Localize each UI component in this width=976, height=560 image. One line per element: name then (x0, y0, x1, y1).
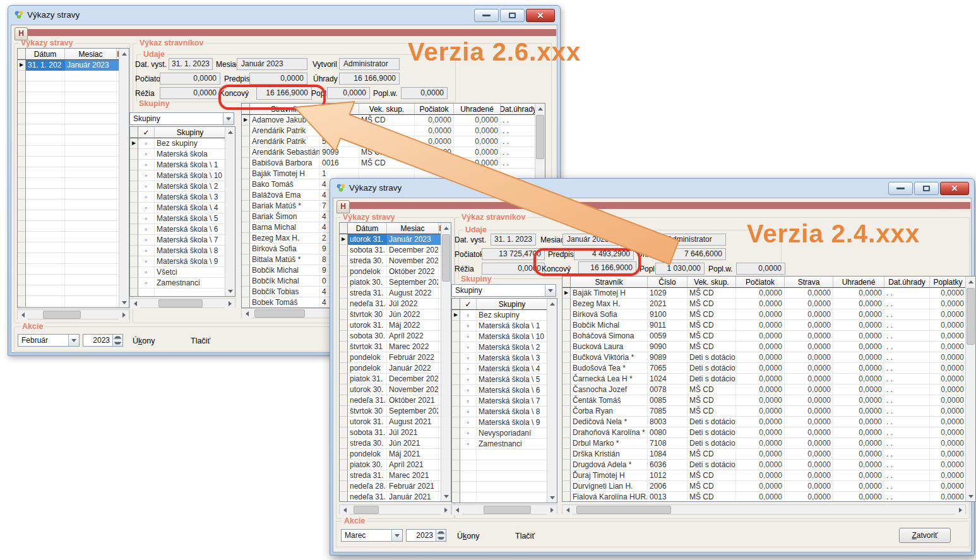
group-row[interactable]: ◦Materská škola \ 6 (130, 224, 235, 235)
vytvoril-field[interactable]: Administrator (663, 234, 726, 246)
popl-field[interactable]: 1 030,000 (655, 263, 705, 275)
scroll-left-icon[interactable] (340, 505, 350, 515)
reports-table[interactable]: DátumMesiacI▶31. 1. 202Január 2023 (17, 48, 129, 308)
diner-row[interactable]: Fialová Karolína HUR.0013MŠ CD0,00000,00… (562, 492, 975, 502)
scroll-thumb[interactable] (254, 309, 305, 318)
rezia-field[interactable]: 0,0000 (160, 87, 220, 99)
group-row[interactable]: ◦Materská škola \ 7 (130, 235, 235, 246)
group-row[interactable]: ◦Materská škola \ 2 (130, 181, 235, 192)
group-row[interactable]: ◦Materská škola \ 3 (452, 353, 557, 364)
scroll-thumb[interactable] (967, 288, 975, 345)
scroll-up-icon[interactable] (547, 299, 557, 309)
reports-hscroll[interactable] (339, 504, 451, 515)
diner-row[interactable]: Časnocha Jozef0078MŠ CD0,00000,00000,000… (562, 384, 975, 395)
scroll-left-icon[interactable] (242, 309, 252, 319)
pociatok-field[interactable]: 0,0000 (160, 73, 220, 85)
tlacit-menu[interactable]: Tlačiť (515, 532, 535, 540)
report-row[interactable]: nedeľa 31.Október 2021 (340, 395, 451, 406)
popl-field[interactable]: 0,0000 (327, 87, 370, 99)
scroll-left-icon[interactable] (452, 505, 462, 515)
minimize-button[interactable] (888, 182, 913, 195)
skupiny-table[interactable]: ✓Skupiny▶◦Bez skupiny◦Materská škola \ 1… (451, 298, 557, 503)
minimize-button[interactable] (474, 9, 499, 22)
spin-down-icon[interactable] (436, 535, 446, 541)
chevron-down-icon[interactable] (223, 113, 234, 124)
diner-row[interactable]: Drahoňová Karolína *0080Deti s dotáciou0… (562, 427, 975, 438)
scroll-down-icon[interactable] (441, 491, 451, 501)
column-header[interactable]: Stravník (571, 277, 648, 287)
group-row[interactable]: ◦Materská škola \ 3 (130, 192, 235, 203)
scroll-left-icon[interactable] (18, 310, 28, 320)
group-row[interactable]: ◦Materská škola \ 9 (130, 256, 235, 267)
diner-row[interactable]: Čenták Tomáš0085MŠ CD0,00000,00000,0000.… (562, 395, 975, 406)
mesiac-field[interactable]: Január 2023 (562, 234, 636, 246)
diner-row[interactable]: Drška Kristián1084MŠ CD0,00000,00000,000… (562, 449, 975, 460)
report-row[interactable]: utorok 30.November 2021 (340, 384, 451, 395)
spin-up-icon[interactable] (113, 335, 122, 340)
group-row[interactable]: ◦Materská škola \ 5 (130, 213, 235, 224)
titlebar[interactable]: Výkazy stravy ✕ (330, 179, 974, 198)
column-header[interactable]: Počiatok (736, 277, 785, 287)
titlebar[interactable]: Výkazy stravy ✕ (8, 6, 560, 25)
ukony-menu[interactable]: Úkony (457, 532, 479, 540)
report-row[interactable]: pondelokFebruár 2022 (340, 352, 451, 363)
report-row[interactable]: streda 30.Jún 2021 (340, 438, 451, 449)
column-header[interactable]: Dátum (348, 223, 387, 234)
chevron-down-icon[interactable] (391, 530, 402, 541)
report-row[interactable]: sobota 30.Apríl 2022 (340, 331, 451, 342)
report-row[interactable]: ▶31. 1. 202Január 2023 (18, 60, 129, 71)
tlacit-menu[interactable]: Tlačiť (191, 337, 210, 345)
scroll-up-icon[interactable] (225, 127, 235, 137)
report-row[interactable]: nedeľa 28.Február 2021 (340, 481, 451, 492)
maximize-button[interactable] (500, 9, 525, 22)
column-header[interactable]: Číslo (648, 277, 687, 287)
reports-vscroll[interactable] (441, 223, 451, 501)
report-row[interactable]: pondelokJanuár 2022 (340, 363, 451, 374)
scroll-right-icon[interactable] (955, 505, 965, 515)
tab-h[interactable]: H (336, 200, 350, 213)
column-header[interactable]: ✓ (138, 127, 155, 138)
column-header[interactable]: Číslo (320, 104, 359, 114)
group-row[interactable]: ◦Materská škola \ 8 (452, 407, 557, 417)
scroll-thumb[interactable] (442, 234, 450, 282)
column-header[interactable]: Vek. skup. (687, 277, 736, 287)
scroll-up-icon[interactable] (441, 223, 451, 233)
report-row[interactable]: streda 30.November 2022 (340, 256, 451, 266)
scroll-right-icon[interactable] (119, 310, 129, 320)
scroll-left-icon[interactable] (562, 505, 573, 515)
scroll-down-icon[interactable] (225, 286, 235, 296)
column-header[interactable]: Uhradené (833, 277, 884, 287)
group-row[interactable]: ◦Materská škola \ 1 (130, 160, 235, 170)
predpis-field[interactable]: 0,0000 (249, 73, 307, 85)
dat-vyst-field[interactable]: 31. 1. 2023 (491, 234, 536, 246)
report-row[interactable]: piatok 31.December 2021 (340, 374, 451, 384)
diner-row[interactable]: Dedičová Nela *8003Deti s dotáciou0,0000… (562, 417, 975, 427)
scroll-left-icon[interactable] (130, 299, 140, 309)
uhrady-field[interactable]: 16 166,9000 (339, 73, 400, 85)
scroll-up-icon[interactable] (119, 49, 129, 59)
group-row[interactable]: ◦Materská škola \ 7 (452, 396, 557, 407)
reports-hscroll[interactable] (17, 309, 129, 319)
vytvoril-field[interactable]: Administrator (339, 58, 400, 70)
group-row[interactable]: ◦Materská škola \ 1 (452, 321, 557, 331)
mesiac-field[interactable]: Január 2023 (237, 58, 307, 70)
report-row[interactable]: pondelokOktóber 2022 (340, 266, 451, 277)
scroll-down-icon[interactable] (547, 492, 557, 503)
diner-row[interactable]: Babišová Barbora0016MŠ CD0,00000,0000. . (242, 158, 545, 169)
group-row[interactable]: ◦Všetci (130, 267, 235, 278)
scroll-down-icon[interactable] (966, 491, 976, 501)
report-row[interactable]: utorok 31.Máj 2022 (340, 320, 451, 331)
month-dropdown[interactable]: Marec (341, 529, 403, 542)
group-row[interactable]: ◦Materská škola (130, 149, 235, 160)
group-row[interactable]: ▶◦Bez skupiny (452, 310, 557, 321)
scroll-thumb[interactable] (536, 115, 544, 159)
report-row[interactable]: nedeľa 31.Január 2021 (340, 492, 451, 502)
report-row[interactable]: štvrtok 30September 2021 (340, 406, 451, 417)
reports-vscroll[interactable] (119, 49, 129, 307)
diners-table[interactable]: StravníkČísloVek. skup.PočiatokStravaUhr… (562, 276, 976, 502)
scroll-thumb[interactable] (43, 311, 81, 319)
column-header[interactable]: Mesiac (387, 223, 439, 234)
skupiny-vscroll[interactable] (225, 127, 235, 296)
uhrady-field[interactable]: 7 646,6000 (663, 248, 726, 260)
group-row[interactable]: ◦Nevysporiadaní (452, 428, 557, 439)
